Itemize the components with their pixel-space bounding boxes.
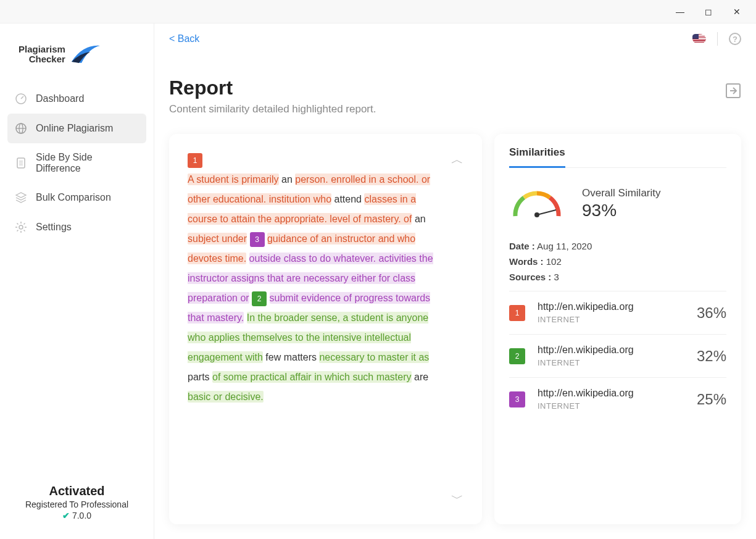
source-percent: 32% <box>697 348 726 365</box>
flag-icon[interactable] <box>692 34 706 44</box>
hl: A student is primarily <box>188 173 279 185</box>
minimize-button[interactable]: — <box>666 2 694 22</box>
brand-line2: Checker <box>29 54 65 64</box>
nav: Dashboard Online Plagiarism Side By Side… <box>0 84 154 242</box>
sidebar-item-dashboard[interactable]: Dashboard <box>7 84 146 114</box>
source-type: INTERNET <box>538 401 684 411</box>
plain: attend <box>334 194 362 204</box>
hl: subject under <box>188 233 247 244</box>
sidebar-item-side-by-side[interactable]: Side By Side Difference <box>7 143 146 183</box>
source-row[interactable]: 3 http://en.wikipedia.org INTERNET 25% <box>509 377 726 420</box>
gauge-icon <box>15 93 27 105</box>
hl: basic or decisive. <box>188 391 264 403</box>
logo-swoosh-icon <box>70 43 101 65</box>
source-badge-1: 1 <box>188 153 202 168</box>
sidebar-item-label: Online Plagiarism <box>36 123 113 134</box>
maximize-button[interactable]: ◻ <box>694 2 723 22</box>
sidebar-item-online-plagiarism[interactable]: Online Plagiarism <box>7 114 146 143</box>
sources-value: 3 <box>554 272 559 282</box>
stack-icon <box>15 191 27 204</box>
activation-status: Activated <box>0 484 154 498</box>
svg-line-11 <box>537 210 556 215</box>
report-text: 1 A student is primarily an person. enro… <box>188 150 449 508</box>
source-type: INTERNET <box>538 315 684 324</box>
hl: necessary to master it as <box>319 351 429 363</box>
registered-label: Registered To Professional <box>0 499 154 509</box>
sidebar-item-label: Bulk Comparison <box>36 192 111 203</box>
sources-label: Sources : <box>509 272 551 282</box>
sidebar-item-label: Side By Side Difference <box>36 152 139 174</box>
separator <box>717 32 718 46</box>
source-url: http://en.wikipedia.org <box>538 301 684 312</box>
report-card: 1 A student is primarily an person. enro… <box>169 134 482 524</box>
page-subtitle: Content similarity detailed highlighted … <box>169 103 376 115</box>
sidebar-footer: Activated Registered To Professional ✔7.… <box>0 472 154 539</box>
sidebar-item-bulk-comparison[interactable]: Bulk Comparison <box>7 183 146 212</box>
sources-list: 1 http://en.wikipedia.org INTERNET 36%2 … <box>509 291 726 420</box>
hl: of some practical affair in which such m… <box>212 371 412 383</box>
sidebar-item-label: Dashboard <box>36 93 84 104</box>
app-logo: PlagiarismChecker <box>0 31 154 84</box>
source-badge: 2 <box>509 348 525 364</box>
overall-label: Overall Similarity <box>582 187 661 199</box>
plain: an <box>415 214 426 224</box>
source-percent: 36% <box>697 304 726 322</box>
gauge-icon <box>509 185 565 222</box>
similarities-title: Similarities <box>509 146 565 168</box>
help-icon[interactable]: ? <box>729 33 741 45</box>
close-button[interactable]: ✕ <box>723 2 751 22</box>
scroll-down-icon[interactable]: ﹀ <box>451 490 463 507</box>
source-type: INTERNET <box>538 358 684 367</box>
source-badge-2: 2 <box>252 291 267 306</box>
source-url: http://en.wikipedia.org <box>538 388 684 399</box>
document-icon <box>15 157 27 169</box>
source-row[interactable]: 1 http://en.wikipedia.org INTERNET 36% <box>509 291 726 334</box>
source-badge: 1 <box>509 305 525 321</box>
similarities-card: Similarities Overall <box>494 134 741 524</box>
sidebar-item-label: Settings <box>36 222 72 233</box>
source-row[interactable]: 2 http://en.wikipedia.org INTERNET 32% <box>509 334 726 377</box>
sidebar-item-settings[interactable]: Settings <box>7 212 146 242</box>
scroll-up-icon[interactable]: ︿ <box>451 151 463 168</box>
plain: parts <box>188 372 210 382</box>
date-value: Aug 11, 2020 <box>537 241 592 251</box>
source-url: http://en.wikipedia.org <box>538 345 684 356</box>
plain: an <box>281 174 293 185</box>
export-icon[interactable] <box>725 83 741 101</box>
gear-icon <box>15 221 27 233</box>
words-label: Words : <box>509 256 544 267</box>
titlebar: — ◻ ✕ <box>0 0 756 23</box>
check-icon: ✔ <box>62 511 70 520</box>
words-value: 102 <box>546 256 562 267</box>
version-label: 7.0.0 <box>72 511 91 520</box>
page-title: Report <box>169 77 376 99</box>
plain: are <box>414 372 428 382</box>
source-badge: 3 <box>509 391 525 407</box>
brand-line1: Plagiarism <box>19 44 65 54</box>
plain: few matters <box>265 352 317 362</box>
source-badge-3: 3 <box>250 232 265 247</box>
globe-icon <box>15 122 27 135</box>
date-label: Date : <box>509 241 535 251</box>
svg-point-8 <box>19 225 23 229</box>
source-percent: 25% <box>697 391 726 408</box>
overall-value: 93% <box>582 201 661 220</box>
sidebar: PlagiarismChecker Dashboard Online Plagi… <box>0 23 154 539</box>
back-button[interactable]: < Back <box>169 33 199 44</box>
main: < Back ? Report Content similarity detai… <box>154 23 756 539</box>
